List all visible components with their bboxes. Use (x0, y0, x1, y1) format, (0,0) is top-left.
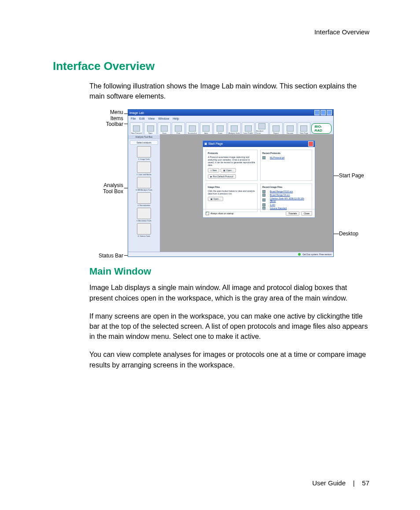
file-icon (262, 203, 265, 206)
checkbox-icon (206, 212, 209, 215)
close-button[interactable]: Close (301, 211, 312, 216)
run-default-button[interactable]: ▶ Run Default Protocol (208, 174, 236, 179)
callout-analysis-tool-box: AnalysisTool Box (70, 182, 123, 194)
always-show-label: Always show on startup (210, 212, 234, 215)
tb-open[interactable]: Open (144, 122, 157, 135)
close-icon[interactable] (327, 110, 332, 115)
callout-menu-items: MenuItems (70, 109, 123, 121)
callout-toolbar: Toolbar (70, 121, 123, 127)
tool-lane-bands[interactable]: 2. Lane and Bands (136, 161, 151, 176)
panel-protocols-desc: A Protocol automates image capturing and… (208, 156, 255, 166)
tb-print[interactable]: Print (172, 122, 185, 135)
start-page-dialog: ▣ Start Page Protocols A Protocol automa… (203, 140, 315, 218)
file-icon (262, 194, 265, 197)
brand-logo: BIO-RAD (311, 123, 332, 134)
tb-report[interactable]: Report (269, 122, 283, 135)
status-led-icon (298, 253, 301, 256)
page-title: Interface Overview (53, 59, 369, 73)
tb-start-page[interactable]: Start Page (298, 122, 311, 135)
rename-icon (287, 125, 294, 132)
maximize-icon[interactable] (321, 110, 326, 115)
document-icon (133, 125, 140, 132)
running-head: Interface Overview (314, 28, 369, 36)
tool-mw-analysis[interactable]: 3. MW Analysis Tools (136, 177, 152, 191)
interface-figure: MenuItems Toolbar AnalysisTool Box Statu… (70, 109, 387, 259)
analysis-tool-box: Analysis Tool Box Select analysis 1. Ima… (128, 134, 160, 252)
panel-protocols-head: Protocols (208, 152, 255, 154)
folder-icon (147, 125, 154, 132)
tb-standard-curve[interactable]: Standard Curve (255, 122, 269, 135)
always-show-checkbox[interactable]: Always show on startup (206, 212, 234, 215)
panel-recent-images: Recent Image Files Broad Range PS10.scn … (260, 183, 312, 212)
app-statusbar: Gel Doc system: Free version (128, 252, 333, 257)
panel-image-files: Image Files Click the open button below … (206, 183, 258, 212)
volume-icon (137, 223, 151, 235)
new-button[interactable]: □ New (208, 168, 219, 172)
menu-edit[interactable]: Edit (139, 117, 144, 120)
app-window: Image Lab File Edit View Window Help New… (128, 109, 334, 257)
tb-analysis[interactable]: Analysis Tools (228, 122, 241, 135)
printer-icon (175, 125, 182, 132)
status-text: Gel Doc system: Free version (302, 253, 332, 256)
tb-auto[interactable]: Auto (200, 122, 213, 135)
open-image-button[interactable]: ▣ Open... (208, 197, 223, 201)
tb-rename[interactable]: Rename (284, 122, 297, 135)
file-icon (262, 198, 265, 202)
tb-lane-profile[interactable]: Lane Profile (242, 122, 255, 135)
annotation-icon (137, 208, 151, 219)
recent-image-item[interactable]: 1.scn (262, 203, 310, 206)
zoom-icon (217, 125, 224, 132)
tool-image[interactable]: 1. Image Tools (137, 146, 151, 160)
curve-icon (258, 123, 265, 129)
disk-icon (161, 125, 168, 132)
open-protocol-button[interactable]: ▣ Open... (221, 168, 236, 172)
footer-page-number: 57 (362, 479, 369, 487)
file-icon (262, 190, 265, 193)
recent-image-item[interactable]: Criterion Stain WV 2008-12-09 10h 38min (262, 197, 310, 203)
intro-paragraph: The following illustration shows the Ima… (89, 81, 369, 101)
footer-doc: User Guide (312, 479, 346, 487)
menu-window[interactable]: Window (158, 117, 169, 120)
camera-icon (189, 125, 196, 132)
chart-icon (245, 125, 252, 132)
dialog-close-icon[interactable] (308, 141, 313, 147)
menu-file[interactable]: File (131, 117, 136, 120)
app-desktop[interactable]: ▣ Start Page Protocols A Protocol automa… (160, 134, 333, 252)
page-footer: User Guide | 57 (312, 479, 369, 487)
analysis-header: Analysis Tool Box (128, 135, 160, 139)
tb-screenshot[interactable]: Screenshot (186, 122, 199, 135)
lane-bands-icon (137, 161, 151, 173)
tb-new-protocol[interactable]: New Protocol (130, 122, 143, 135)
tool-volume[interactable]: 6. Volume Tools (137, 223, 151, 237)
file-icon (262, 156, 265, 159)
tb-save[interactable]: Save (158, 122, 171, 135)
home-icon (300, 125, 307, 132)
analysis-search[interactable]: Select analysis (130, 140, 158, 145)
body-paragraph-1: Image Lab displays a single main window.… (89, 283, 369, 303)
app-menubar[interactable]: File Edit View Window Help (128, 116, 333, 121)
tool-normalization[interactable]: 4. Normalization (137, 192, 151, 206)
tool-annotation[interactable]: 5. Annotation Tools (136, 208, 151, 222)
panel-recent-protocols: Recent Protocols My Protocol.ptl (260, 150, 312, 181)
panel-recent-protocols-head: Recent Protocols (262, 152, 310, 154)
panel-protocols: Protocols A Protocol automates image cap… (206, 150, 258, 181)
menu-view[interactable]: View (148, 117, 155, 120)
recent-protocol-item[interactable]: My Protocol.ptl (262, 156, 310, 159)
menu-help[interactable]: Help (173, 117, 179, 120)
tools-icon (231, 125, 238, 132)
recent-image-item[interactable]: Broad Range PS10.scn (262, 190, 310, 193)
minimize-icon[interactable] (314, 110, 320, 115)
tutorials-button[interactable]: Tutorials (286, 211, 299, 216)
panel-image-files-head: Image Files (208, 186, 255, 188)
app-titlebar[interactable]: Image Lab (128, 110, 333, 116)
auto-icon (203, 125, 210, 132)
window-buttons[interactable] (314, 110, 332, 115)
report-icon (273, 125, 280, 132)
callout-desktop: Desktop (339, 231, 358, 237)
dialog-title: ▣ Start Page (204, 142, 223, 146)
panel-recent-images-head: Recent Image Files (262, 186, 310, 188)
tb-zoom[interactable]: Zoom (214, 122, 227, 135)
dialog-titlebar[interactable]: ▣ Start Page (203, 141, 315, 147)
callout-status-bar: Status Bar (70, 253, 123, 259)
recent-image-item[interactable]: Broad Range 54.scn (262, 193, 310, 197)
